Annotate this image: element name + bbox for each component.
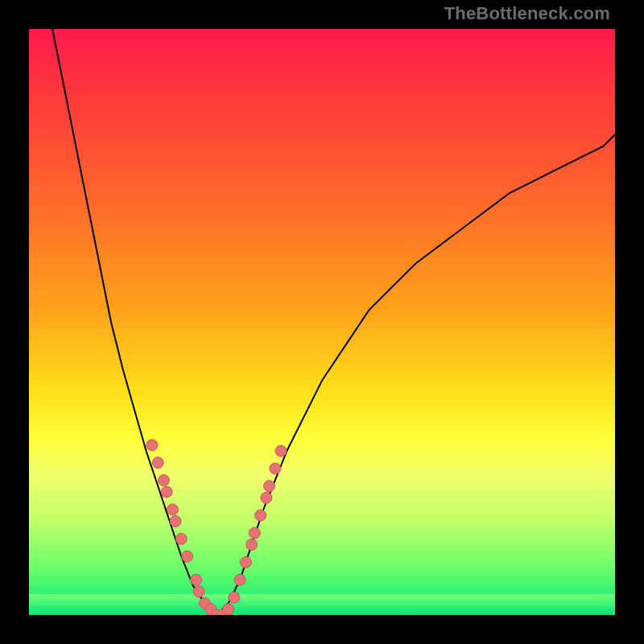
- data-point: [182, 551, 193, 562]
- data-point: [229, 592, 240, 603]
- data-point: [158, 475, 169, 486]
- data-point: [170, 516, 181, 527]
- data-point: [234, 574, 246, 585]
- chart-frame: TheBottleneck.com: [0, 0, 644, 644]
- data-point: [240, 557, 251, 568]
- data-point: [261, 492, 272, 503]
- data-point: [167, 504, 178, 515]
- data-point: [175, 533, 187, 544]
- watermark-text: TheBottleneck.com: [444, 3, 610, 24]
- chart-svg: [29, 29, 615, 615]
- data-point: [161, 486, 172, 497]
- data-point: [152, 457, 163, 469]
- data-point: [191, 574, 202, 585]
- curve-right: [217, 134, 615, 615]
- data-point: [255, 510, 266, 521]
- data-point: [223, 604, 234, 615]
- data-point: [249, 527, 260, 539]
- data-point: [193, 586, 204, 597]
- data-point: [270, 463, 281, 474]
- plot-area: [29, 29, 615, 615]
- data-point: [246, 539, 258, 551]
- data-point: [264, 481, 275, 492]
- data-points: [147, 440, 287, 615]
- data-point: [147, 440, 158, 451]
- curve-left: [52, 29, 217, 615]
- data-point: [275, 445, 287, 456]
